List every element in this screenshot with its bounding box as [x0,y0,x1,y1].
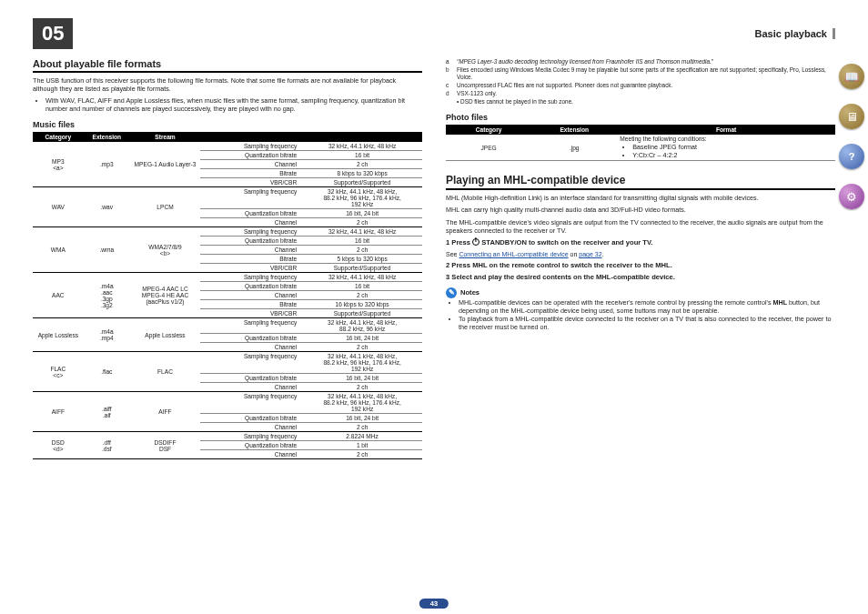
prop-label: Quantization bitrate [200,237,302,245]
cell-stream: AIFF [130,392,200,432]
prop-value: 2 ch [302,383,422,391]
prop-label: Quantization bitrate [200,414,302,422]
cell-stream: WMA2/7/8/9 <b> [130,227,200,273]
prop-value: 32 kHz, 44.1 kHz, 48 kHz, 88.2 kHz, 96 k… [302,187,422,208]
book-icon[interactable]: 📖 [839,64,864,89]
cell-category: Apple Lossless [33,318,84,352]
prop-label: Channel [200,383,302,391]
prop-label: Quantization bitrate [200,374,302,382]
note-1: MHL-compatible devices can be operated w… [459,298,835,315]
music-files-heading: Music files [33,120,422,129]
prop-value: Supported/Supported [302,178,422,186]
step1-pre: 1 Press [446,238,472,247]
settings-icon[interactable]: ⚙ [839,184,864,209]
chapter-number: 05 [33,18,73,49]
help-icon[interactable]: ? [839,144,864,169]
notes-list: MHL-compatible devices can be operated w… [446,298,835,331]
prop-value: 16 bit [302,151,422,159]
prop-value: Supported/Supported [302,264,422,272]
cell-extension: .wav [84,187,130,227]
table-row: AIFF.aiff .aifAIFFSampling frequency32 k… [33,392,422,432]
see-pre: See [446,251,459,257]
mhl-connect-link[interactable]: Connecting an MHL-compatible device [459,251,568,257]
see-post: . [602,251,604,257]
note1-pre: MHL-compatible devices can be operated w… [459,298,773,307]
top-bar: 05 Basic playback [33,18,835,49]
prop-label: Bitrate [200,169,302,177]
table-row: AAC.m4a .aac .3gp .3g2MPEG-4 AAC LC MPEG… [33,273,422,318]
cell-extension: .m4a .mp4 [84,318,130,352]
photo-fmt-intro: Meeting the following conditions: [620,136,706,142]
prop-value: 2 ch [302,246,422,254]
footnote-text: “MPEG Layer-3 audio decoding technology … [457,58,713,65]
prop-label: Channel [200,423,302,431]
step-3: 3 Select and play the desired contents o… [446,273,835,282]
cell-category: AAC [33,273,84,318]
prop-label: Bitrate [200,300,302,308]
prop-label: Sampling frequency [200,318,302,333]
th-category: Category [33,132,84,142]
devices-icon[interactable]: 🖥 [839,104,864,129]
prop-value: 32 kHz, 44.1 kHz, 48 kHz, 88.2 kHz, 96 k… [302,392,422,413]
prop-label: Channel [200,246,302,254]
power-icon [472,238,479,246]
cell-category: MP3 <a> [33,142,84,187]
gapless-note: With WAV, FLAC, AIFF and Apple Lossless … [45,96,422,113]
pth-format: Format [617,125,835,135]
cell-category: FLAC <c> [33,352,84,392]
prop-value: 2 ch [302,450,422,458]
footnote: dVSX-1123 only. [446,90,835,97]
right-column: a“MPEG Layer-3 audio decoding technology… [446,58,835,459]
prop-value: 16 bit, 24 bit [302,209,422,217]
note-icon: ✎ [446,287,457,298]
table-row: FLAC <c>.flacFLACSampling frequency32 kH… [33,352,422,392]
note-2: To playback from a MHL-compatible device… [459,315,835,331]
footnote-key [446,98,453,106]
cell-category: WMA [33,227,84,273]
step-2: 2 Press MHL on the remote control to swi… [446,261,835,270]
note1-bold: MHL [773,298,788,307]
prop-value: 8 kbps to 320 kbps [302,169,422,177]
pth-category: Category [446,125,531,135]
footnote: • DSD files cannot be played in the sub … [446,98,835,106]
prop-value: 16 bit [302,237,422,245]
prop-value: 32 kHz, 44.1 kHz, 48 kHz [302,227,422,236]
cell-category: AIFF [33,392,84,432]
see-mid: on [569,251,580,257]
prop-label: Quantization bitrate [200,151,302,159]
cell-category: DSD <d> [33,432,84,459]
cell-extension: .mp3 [84,142,130,187]
prop-value: 2 ch [302,291,422,299]
footnote: cUncompressed FLAC files are not support… [446,82,835,89]
page-32-link[interactable]: page 32 [579,251,601,257]
about-formats-bullets: With WAV, FLAC, AIFF and Apple Lossless … [33,96,422,113]
about-formats-heading: About playable file formats [33,58,422,73]
photo-fmt-item: Y:Cb:Cr – 4:2:2 [632,151,833,159]
footnote-key: b [446,66,453,81]
prop-label: Sampling frequency [200,187,302,208]
chapter-title: Basic playback [755,28,836,39]
cell-props: Sampling frequency32 kHz, 44.1 kHz, 48 k… [200,318,422,352]
cell-props: Sampling frequency32 kHz, 44.1 kHz, 48 k… [200,142,422,187]
prop-label: Channel [200,291,302,299]
prop-label: Sampling frequency [200,273,302,281]
prop-value: 32 kHz, 44.1 kHz, 48 kHz [302,273,422,281]
prop-value: 32 kHz, 44.1 kHz, 48 kHz [302,142,422,150]
prop-label: Channel [200,218,302,226]
prop-label: Sampling frequency [200,432,302,440]
cell-extension: .wma [84,227,130,273]
prop-label: Bitrate [200,255,302,263]
side-nav-icons: 📖 🖥 ? ⚙ [839,64,864,209]
th-stream: Stream [130,132,200,142]
prop-value: 2 ch [302,343,422,351]
prop-value: 2 ch [302,218,422,226]
see-line: See Connecting an MHL-compatible device … [446,250,835,258]
footnote-text: Uncompressed FLAC files are not supporte… [457,82,672,89]
prop-label: VBR/CBR [200,264,302,272]
prop-label: Channel [200,450,302,458]
cell-stream: Apple Lossless [130,318,200,352]
manual-page: 05 Basic playback About playable file fo… [0,0,868,614]
table-row: MP3 <a>.mp3MPEG-1 Audio Layer-3Sampling … [33,142,422,187]
prop-value: 2 ch [302,423,422,431]
footnote: a“MPEG Layer-3 audio decoding technology… [446,58,835,65]
